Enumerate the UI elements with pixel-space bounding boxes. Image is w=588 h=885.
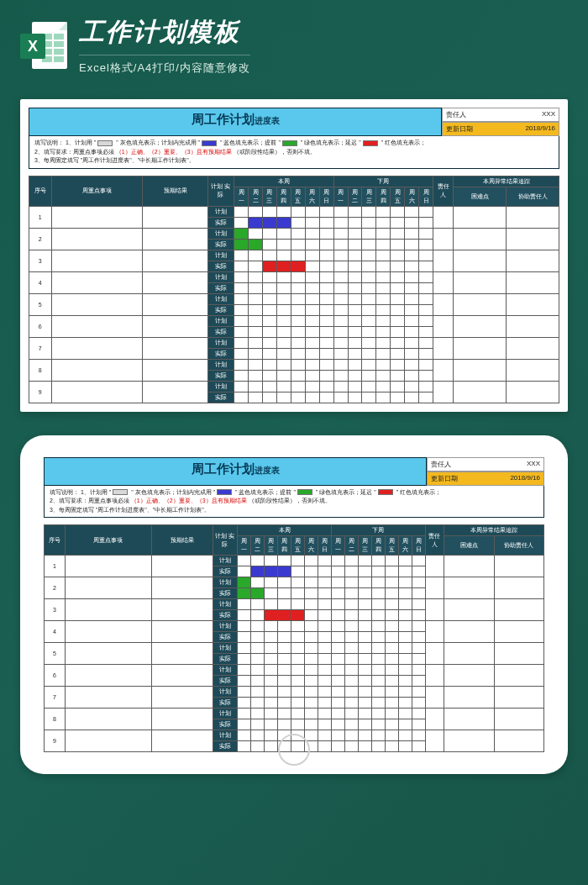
table-row: 4计划 <box>29 271 559 282</box>
table-row: 3计划 <box>45 599 544 610</box>
table-row: 7计划 <box>45 687 544 698</box>
table-row: 9计划 <box>45 730 544 741</box>
table-row: 2计划 <box>29 228 559 239</box>
page-title: 工作计划模板 <box>79 15 250 50</box>
table-row: 5计划 <box>45 643 544 654</box>
sheet-title: 周工作计划进度表 <box>44 457 427 486</box>
table-row: 6计划 <box>45 665 544 676</box>
template-preview-1: 周工作计划进度表 责任人XXX 更新日期2018/9/16 填写说明： 1、计划… <box>20 99 568 412</box>
instructions: 填写说明： 1、计划用 " " 灰色填充表示；计划内完成用 " " 蓝色填充表示… <box>29 136 559 169</box>
instructions: 填写说明： 1、计划用 " " 灰色填充表示；计划内完成用 " " 蓝色填充表示… <box>44 486 544 519</box>
table-row: 6计划 <box>29 315 559 326</box>
table-row: 9计划 <box>29 381 559 392</box>
plan-body-2: 1计划实际2计划实际3计划实际4计划实际5计划实际6计划实际7计划实际8计划实际… <box>45 556 544 752</box>
table-row: 3计划 <box>29 250 559 261</box>
table-row: 8计划 <box>45 709 544 719</box>
meta-block: 责任人XXX 更新日期2018/9/16 <box>442 108 559 136</box>
plan-body-1: 1计划实际2计划实际3计划实际4计划实际5计划实际6计划实际7计划实际8计划实际… <box>29 206 559 403</box>
page-header: X 工作计划模板 Excel格式/A4打印/内容随意修改 <box>0 0 588 91</box>
table-row: 4计划 <box>45 621 544 632</box>
table-row: 1计划 <box>29 206 559 217</box>
plan-table: 序号 周重点事项 预期结果 计划 实际 本周 下周 责任人 本周异常结果追踪 周… <box>29 176 559 403</box>
excel-file-icon: X <box>20 22 67 69</box>
page-subtitle: Excel格式/A4打印/内容随意修改 <box>79 61 250 76</box>
excel-badge: X <box>20 34 45 59</box>
table-row: 7计划 <box>29 337 559 348</box>
table-row: 2计划 <box>45 577 544 588</box>
table-row: 1计划 <box>45 556 544 566</box>
plan-table: 序号 周重点事项 预期结果 计划 实际 本周 下周 责任人 本周异常结果追踪 周… <box>44 524 544 752</box>
template-preview-2: 周工作计划进度表 责任人XXX 更新日期2018/9/16 填写说明： 1、计划… <box>20 435 568 775</box>
table-row: 5计划 <box>29 293 559 304</box>
sheet-title: 周工作计划进度表 <box>29 108 442 136</box>
table-row: 8计划 <box>29 359 559 370</box>
